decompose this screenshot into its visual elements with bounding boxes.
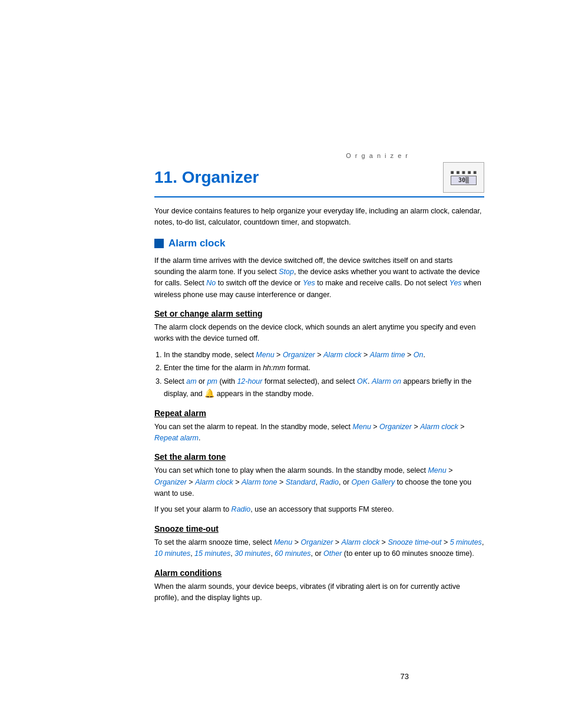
- intro-text: Your device contains features to help or…: [154, 206, 484, 228]
- set-change-body1: The alarm clock depends on the device cl…: [154, 322, 484, 345]
- list-item-2: Enter the time for the alarm in hh:mm fo…: [164, 363, 484, 374]
- bell-icon: 🔔: [204, 387, 214, 400]
- set-tone-body2: If you set your alarm to Radio, use an a…: [154, 504, 484, 515]
- pm-link: pm: [207, 377, 217, 386]
- menu-link-4: Menu: [274, 538, 292, 546]
- standard-link: Standard: [286, 478, 316, 486]
- chapter-title: 11. Organizer: [154, 168, 437, 187]
- 30min-link: 30 minutes: [234, 549, 270, 558]
- repeat-alarm-link: Repeat alarm: [154, 434, 199, 442]
- alarm-clock-link-3: Alarm clock: [195, 478, 233, 486]
- on-link: On: [414, 351, 424, 359]
- 60min-link: 60 minutes: [275, 549, 310, 558]
- menu-link-3: Menu: [428, 466, 446, 475]
- alarm-clock-section-header: Alarm clock: [154, 238, 484, 249]
- content-area: 11. Organizer ■ ■ ■ ■ ■ 30▒ Your device …: [154, 162, 484, 608]
- ok-link: OK: [357, 377, 368, 386]
- alarm-clock-body: If the alarm time arrives with the devic…: [154, 255, 484, 301]
- yes-link-1: Yes: [303, 279, 315, 287]
- alarm-clock-link-2: Alarm clock: [420, 423, 458, 431]
- menu-link-2: Menu: [353, 423, 371, 431]
- set-change-title: Set or change alarm setting: [154, 309, 484, 318]
- organizer-link-3: Organizer: [154, 478, 187, 486]
- alarm-clock-title: Alarm clock: [168, 238, 225, 249]
- alarm-on-link: Alarm on: [372, 377, 401, 386]
- other-link: Other: [323, 549, 342, 558]
- snooze-body: To set the alarm snooze time, select Men…: [154, 537, 484, 560]
- set-tone-body1: You can set which tone to play when the …: [154, 465, 484, 499]
- list-item-3: Select am or pm (with 12-hour format sel…: [164, 376, 484, 400]
- top-label: O r g a n i z e r: [346, 152, 409, 159]
- repeat-alarm-title: Repeat alarm: [154, 409, 484, 418]
- 12hour-link: 12-hour: [237, 377, 262, 386]
- device-icon: ■ ■ ■ ■ ■ 30▒: [443, 162, 484, 193]
- list-item-1: In the standby mode, select Menu > Organ…: [164, 350, 484, 361]
- radio-link-1: Radio: [319, 478, 339, 486]
- organizer-link-2: Organizer: [379, 423, 412, 431]
- device-screen: 30▒: [451, 176, 476, 185]
- repeat-alarm-body: You can set the alarm to repeat. In the …: [154, 421, 484, 444]
- set-change-list: In the standby mode, select Menu > Organ…: [164, 350, 484, 400]
- alarm-conditions-body: When the alarm sounds, your device beeps…: [154, 581, 484, 604]
- page-number: 73: [401, 672, 409, 681]
- snooze-title: Snooze time-out: [154, 524, 484, 533]
- alarm-time-link: Alarm time: [370, 351, 405, 359]
- no-link: No: [206, 279, 216, 287]
- section-square-icon: [154, 239, 164, 248]
- alarm-conditions-title: Alarm conditions: [154, 568, 484, 578]
- 5min-link: 5 minutes: [450, 538, 482, 546]
- menu-link-1: Menu: [256, 351, 274, 359]
- snooze-timeout-link: Snooze time-out: [388, 538, 441, 546]
- stop-link: Stop: [279, 268, 294, 276]
- alarm-clock-link-1: Alarm clock: [323, 351, 362, 359]
- organizer-link-4: Organizer: [300, 538, 333, 546]
- 15min-link: 15 minutes: [194, 549, 230, 558]
- am-link: am: [186, 377, 196, 386]
- alarm-clock-link-4: Alarm clock: [342, 538, 380, 546]
- radio-link-2: Radio: [232, 505, 251, 513]
- organizer-link-1: Organizer: [283, 351, 315, 359]
- open-gallery-link: Open Gallery: [352, 478, 395, 486]
- page: O r g a n i z e r 11. Organizer ■ ■ ■ ■ …: [0, 0, 562, 728]
- chapter-header: 11. Organizer ■ ■ ■ ■ ■ 30▒: [154, 162, 484, 197]
- set-tone-title: Set the alarm tone: [154, 452, 484, 462]
- yes-link-2: Yes: [449, 279, 462, 287]
- 10min-link: 10 minutes: [154, 549, 190, 558]
- alarm-tone-link: Alarm tone: [242, 478, 277, 486]
